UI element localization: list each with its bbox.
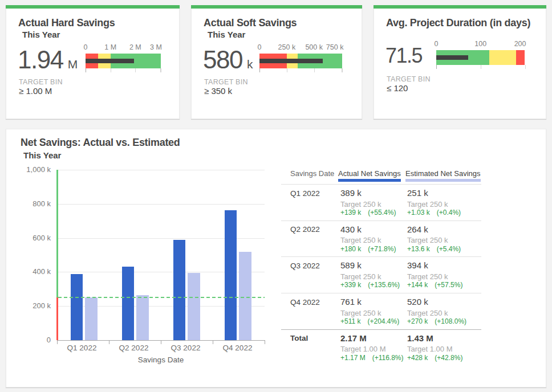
- row-divider: [281, 256, 481, 257]
- bullet-chart: 01 M2 M3 M: [6, 6, 179, 119]
- cell-delta: +339 k (+135.6%): [340, 281, 400, 289]
- cell-target: Target 250 k: [407, 309, 448, 317]
- cell-value: 2.17 M: [340, 333, 367, 343]
- row-divider: [281, 293, 481, 293]
- bullet-axis-label: 1 M: [104, 43, 116, 51]
- row-label: Q4 2022: [290, 298, 320, 307]
- bullet-axis-tick: [342, 68, 342, 72]
- bullet-axis-label: 200: [514, 40, 526, 48]
- bullet-axis-label: 250 k: [278, 43, 296, 51]
- cell-value: 394 k: [407, 260, 428, 270]
- cell-target: Target 250 k: [340, 236, 381, 244]
- cell-delta: +1.03 k (+0.4%): [407, 209, 461, 217]
- bullet-axis-tick: [161, 68, 161, 72]
- cell-delta: +270 k (+108.0%): [407, 317, 466, 325]
- bullet-range-bad: [516, 50, 525, 65]
- cell-value: 520 k: [407, 297, 428, 307]
- bullet-axis-tick: [86, 68, 86, 72]
- cell-target: Target 1.00 M: [340, 345, 386, 353]
- cell-target: Target 250 k: [407, 200, 448, 209]
- column-header-savings-date: Savings Date: [290, 169, 334, 178]
- bullet-axis-tick: [342, 68, 343, 72]
- bullet-chart: 0100200: [374, 6, 546, 119]
- bullet-axis-label: 750 k: [326, 43, 344, 51]
- bullet-axis-label: 2 M: [129, 43, 141, 51]
- cell-delta: +13.6 k (+5.4%): [407, 245, 461, 253]
- bullet-axis-tick: [259, 68, 260, 72]
- bullet-axis-label: 500 k: [305, 43, 323, 51]
- bullet-axis-tick: [314, 68, 315, 72]
- bullet-range-warning: [489, 50, 516, 65]
- cell-delta: +511 k (+204.4%): [340, 317, 399, 325]
- column-header-estimated: Estimated Net Savings: [405, 169, 481, 182]
- kpi-card-actual-soft-savings: Actual Soft Savings This Year 580 k TARG…: [191, 5, 362, 119]
- net-savings-chart-card: Net Savings: Actual vs. Estimated This Y…: [6, 129, 546, 387]
- cell-value: 251 k: [407, 188, 428, 198]
- bullet-axis-label: 0: [258, 43, 262, 51]
- cell-delta: +139 k (+55.4%): [340, 209, 396, 217]
- cell-value: 761 k: [340, 297, 362, 307]
- cell-target: Target 250 k: [340, 200, 381, 209]
- cell-target: Target 250 k: [340, 309, 381, 317]
- bullet-axis-tick: [525, 65, 526, 69]
- bullet-value-bar: [259, 59, 323, 63]
- cell-value: 389 k: [340, 188, 362, 198]
- row-label: Q3 2022: [290, 262, 320, 270]
- row-divider: [281, 220, 481, 221]
- bullet-axis-label: 0: [84, 43, 88, 51]
- bullet-axis-tick: [135, 68, 136, 72]
- bullet-axis-tick: [481, 65, 481, 69]
- bullet-chart: 0250 k500 k750 k: [192, 6, 362, 119]
- kpi-card-avg-project-duration: Avg. Project Duration (in days) 71.5 TAR…: [374, 5, 546, 119]
- cell-value: 1.43 M: [407, 333, 433, 343]
- cell-target: Target 1.00 M: [407, 345, 453, 353]
- cell-target: Target 250 k: [407, 236, 448, 244]
- savings-table: Savings DateActual Net SavingsEstimated …: [6, 129, 546, 387]
- bullet-axis-label: 3 M: [150, 43, 162, 51]
- cell-delta: +428 k (+42.8%): [407, 354, 462, 362]
- series-legend-underline: [338, 179, 401, 182]
- row-label: Q1 2022: [290, 189, 320, 198]
- row-label: Total: [290, 334, 308, 342]
- cell-delta: +1.17 M (+116.8%): [340, 354, 404, 362]
- row-divider: [281, 329, 481, 330]
- bullet-axis-label: 0: [435, 40, 439, 48]
- bullet-axis-label: 100: [474, 40, 486, 48]
- cell-value: 589 k: [340, 260, 362, 270]
- bullet-axis-tick: [287, 68, 287, 72]
- cell-delta: +180 k (+71.8%): [340, 245, 396, 253]
- bullet-value-bar: [86, 59, 134, 63]
- bullet-value-bar: [436, 55, 468, 60]
- row-label: Q2 2022: [290, 225, 320, 234]
- cell-value: 264 k: [407, 224, 428, 234]
- cell-target: Target 250 k: [340, 272, 381, 281]
- kpi-card-actual-hard-savings: Actual Hard Savings This Year 1.94 M TAR…: [6, 5, 180, 119]
- cell-value: 430 k: [340, 224, 362, 234]
- cell-delta: +144 k (+57.5%): [407, 281, 462, 289]
- series-legend-underline: [405, 179, 481, 182]
- cell-target: Target 250 k: [407, 272, 448, 281]
- header-divider: [281, 184, 481, 185]
- column-header-actual: Actual Net Savings: [338, 169, 401, 182]
- bullet-axis-tick: [436, 65, 437, 69]
- bullet-axis-tick: [111, 68, 111, 72]
